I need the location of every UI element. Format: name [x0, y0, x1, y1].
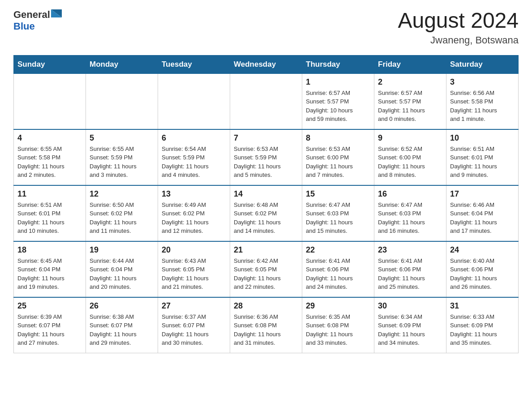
day-number: 9: [378, 133, 442, 143]
day-info: Sunrise: 6:39 AM Sunset: 6:07 PM Dayligh…: [17, 313, 82, 347]
day-info: Sunrise: 6:55 AM Sunset: 5:58 PM Dayligh…: [17, 145, 82, 180]
day-number: 26: [90, 301, 154, 311]
day-number: 28: [234, 301, 298, 311]
calendar-cell: 27Sunrise: 6:37 AM Sunset: 6:07 PM Dayli…: [158, 297, 230, 353]
calendar-cell: 11Sunrise: 6:51 AM Sunset: 6:01 PM Dayli…: [14, 185, 86, 241]
day-number: 20: [162, 245, 226, 255]
calendar-cell: 29Sunrise: 6:35 AM Sunset: 6:08 PM Dayli…: [302, 297, 374, 353]
day-info: Sunrise: 6:50 AM Sunset: 6:02 PM Dayligh…: [90, 201, 154, 235]
calendar-header: SundayMondayTuesdayWednesdayThursdayFrid…: [14, 55, 519, 73]
day-info: Sunrise: 6:35 AM Sunset: 6:08 PM Dayligh…: [306, 313, 370, 347]
day-info: Sunrise: 6:44 AM Sunset: 6:04 PM Dayligh…: [90, 257, 154, 291]
calendar-cell: [86, 73, 158, 129]
header-day-tuesday: Tuesday: [158, 55, 230, 73]
day-number: 10: [450, 133, 515, 143]
calendar-cell: [158, 73, 230, 129]
header-day-monday: Monday: [86, 55, 158, 73]
calendar-cell: 18Sunrise: 6:45 AM Sunset: 6:04 PM Dayli…: [14, 241, 86, 297]
week-row-4: 18Sunrise: 6:45 AM Sunset: 6:04 PM Dayli…: [14, 241, 519, 297]
day-info: Sunrise: 6:55 AM Sunset: 5:59 PM Dayligh…: [90, 145, 154, 180]
header-day-saturday: Saturday: [446, 55, 519, 73]
week-row-3: 11Sunrise: 6:51 AM Sunset: 6:01 PM Dayli…: [14, 185, 519, 241]
day-number: 30: [378, 301, 442, 311]
calendar-cell: 3Sunrise: 6:56 AM Sunset: 5:58 PM Daylig…: [446, 73, 519, 129]
day-number: 5: [90, 133, 154, 143]
day-info: Sunrise: 6:51 AM Sunset: 6:01 PM Dayligh…: [450, 145, 515, 180]
calendar-cell: 2Sunrise: 6:57 AM Sunset: 5:57 PM Daylig…: [374, 73, 446, 129]
week-row-1: 1Sunrise: 6:57 AM Sunset: 5:57 PM Daylig…: [14, 73, 519, 129]
day-number: 14: [234, 189, 298, 199]
header-day-wednesday: Wednesday: [230, 55, 302, 73]
calendar-cell: 22Sunrise: 6:41 AM Sunset: 6:06 PM Dayli…: [302, 241, 374, 297]
day-number: 27: [162, 301, 226, 311]
day-info: Sunrise: 6:52 AM Sunset: 6:00 PM Dayligh…: [378, 145, 442, 180]
day-number: 7: [234, 133, 298, 143]
calendar-cell: 21Sunrise: 6:42 AM Sunset: 6:05 PM Dayli…: [230, 241, 302, 297]
calendar-cell: 30Sunrise: 6:34 AM Sunset: 6:09 PM Dayli…: [374, 297, 446, 353]
day-number: 6: [162, 133, 226, 143]
header-day-sunday: Sunday: [14, 55, 86, 73]
month-title: August 2024: [398, 9, 519, 33]
day-info: Sunrise: 6:36 AM Sunset: 6:08 PM Dayligh…: [234, 313, 298, 347]
logo-blue-text: Blue: [13, 21, 35, 32]
day-number: 12: [90, 189, 154, 199]
calendar-table: SundayMondayTuesdayWednesdayThursdayFrid…: [13, 55, 519, 353]
day-info: Sunrise: 6:53 AM Sunset: 5:59 PM Dayligh…: [234, 145, 298, 180]
day-info: Sunrise: 6:41 AM Sunset: 6:06 PM Dayligh…: [306, 257, 370, 291]
calendar-cell: [230, 73, 302, 129]
calendar-cell: 19Sunrise: 6:44 AM Sunset: 6:04 PM Dayli…: [86, 241, 158, 297]
day-info: Sunrise: 6:40 AM Sunset: 6:06 PM Dayligh…: [450, 257, 515, 291]
location-text: Jwaneng, Botswana: [398, 34, 519, 46]
day-number: 2: [378, 77, 442, 87]
day-number: 13: [162, 189, 226, 199]
day-number: 18: [17, 245, 82, 255]
header-row: SundayMondayTuesdayWednesdayThursdayFrid…: [14, 55, 519, 73]
day-number: 1: [306, 77, 370, 87]
day-number: 17: [450, 189, 515, 199]
calendar-cell: 20Sunrise: 6:43 AM Sunset: 6:05 PM Dayli…: [158, 241, 230, 297]
day-info: Sunrise: 6:54 AM Sunset: 5:59 PM Dayligh…: [162, 145, 226, 180]
calendar-cell: 12Sunrise: 6:50 AM Sunset: 6:02 PM Dayli…: [86, 185, 158, 241]
day-info: Sunrise: 6:53 AM Sunset: 6:00 PM Dayligh…: [306, 145, 370, 180]
calendar-cell: 8Sunrise: 6:53 AM Sunset: 6:00 PM Daylig…: [302, 129, 374, 185]
day-info: Sunrise: 6:38 AM Sunset: 6:07 PM Dayligh…: [90, 313, 154, 347]
header-day-friday: Friday: [374, 55, 446, 73]
day-number: 22: [306, 245, 370, 255]
calendar-cell: 10Sunrise: 6:51 AM Sunset: 6:01 PM Dayli…: [446, 129, 519, 185]
day-info: Sunrise: 6:51 AM Sunset: 6:01 PM Dayligh…: [17, 201, 82, 235]
calendar-cell: 6Sunrise: 6:54 AM Sunset: 5:59 PM Daylig…: [158, 129, 230, 185]
title-section: August 2024 Jwaneng, Botswana: [398, 9, 519, 46]
calendar-cell: 7Sunrise: 6:53 AM Sunset: 5:59 PM Daylig…: [230, 129, 302, 185]
logo-general-text: General: [13, 9, 50, 21]
calendar-body: 1Sunrise: 6:57 AM Sunset: 5:57 PM Daylig…: [14, 73, 519, 353]
calendar-cell: 5Sunrise: 6:55 AM Sunset: 5:59 PM Daylig…: [86, 129, 158, 185]
day-number: 11: [17, 189, 82, 199]
day-info: Sunrise: 6:34 AM Sunset: 6:09 PM Dayligh…: [378, 313, 442, 347]
day-number: 8: [306, 133, 370, 143]
calendar-cell: 17Sunrise: 6:46 AM Sunset: 6:04 PM Dayli…: [446, 185, 519, 241]
day-number: 31: [450, 301, 515, 311]
day-number: 16: [378, 189, 442, 199]
calendar-cell: 31Sunrise: 6:33 AM Sunset: 6:09 PM Dayli…: [446, 297, 519, 353]
day-info: Sunrise: 6:43 AM Sunset: 6:05 PM Dayligh…: [162, 257, 226, 291]
calendar-cell: 13Sunrise: 6:49 AM Sunset: 6:02 PM Dayli…: [158, 185, 230, 241]
logo-icon: [51, 9, 62, 20]
day-number: 23: [378, 245, 442, 255]
day-info: Sunrise: 6:45 AM Sunset: 6:04 PM Dayligh…: [17, 257, 82, 291]
day-info: Sunrise: 6:41 AM Sunset: 6:06 PM Dayligh…: [378, 257, 442, 291]
day-info: Sunrise: 6:42 AM Sunset: 6:05 PM Dayligh…: [234, 257, 298, 291]
day-number: 3: [450, 77, 515, 87]
calendar-cell: 23Sunrise: 6:41 AM Sunset: 6:06 PM Dayli…: [374, 241, 446, 297]
calendar-cell: 4Sunrise: 6:55 AM Sunset: 5:58 PM Daylig…: [14, 129, 86, 185]
day-info: Sunrise: 6:49 AM Sunset: 6:02 PM Dayligh…: [162, 201, 226, 235]
day-info: Sunrise: 6:56 AM Sunset: 5:58 PM Dayligh…: [450, 89, 515, 124]
header-day-thursday: Thursday: [302, 55, 374, 73]
day-number: 24: [450, 245, 515, 255]
calendar-cell: 1Sunrise: 6:57 AM Sunset: 5:57 PM Daylig…: [302, 73, 374, 129]
calendar-cell: 14Sunrise: 6:48 AM Sunset: 6:02 PM Dayli…: [230, 185, 302, 241]
page-header: General Blue August 2024 Jwaneng, Botswa…: [13, 9, 519, 46]
day-info: Sunrise: 6:57 AM Sunset: 5:57 PM Dayligh…: [378, 89, 442, 124]
day-info: Sunrise: 6:46 AM Sunset: 6:04 PM Dayligh…: [450, 201, 515, 235]
day-info: Sunrise: 6:47 AM Sunset: 6:03 PM Dayligh…: [306, 201, 370, 235]
logo: General Blue: [13, 9, 62, 32]
